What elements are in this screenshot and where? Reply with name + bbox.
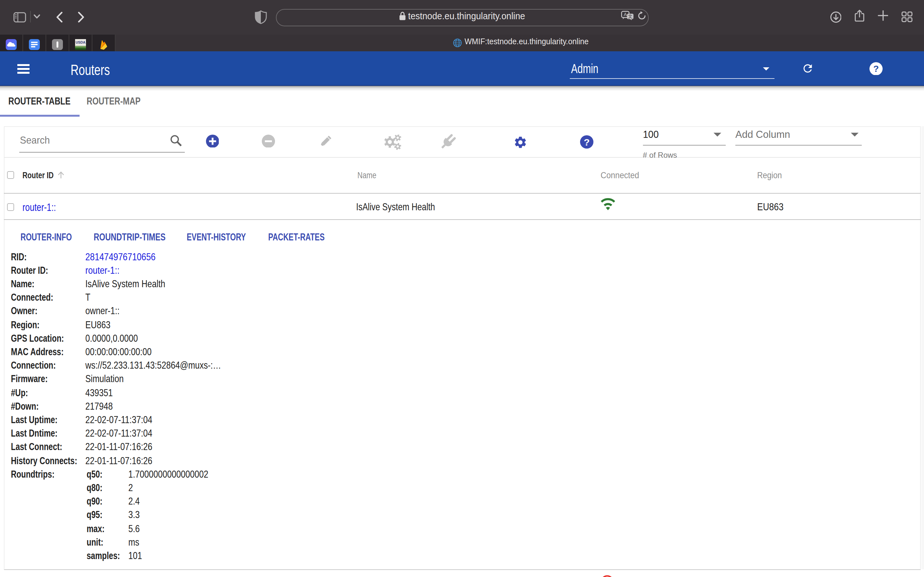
svg-text:USDA: USDA: [76, 40, 86, 44]
svg-text:文: 文: [628, 14, 632, 19]
svg-text:A: A: [624, 12, 627, 17]
svg-text:?: ?: [873, 63, 879, 74]
svg-text:?: ?: [583, 137, 590, 147]
